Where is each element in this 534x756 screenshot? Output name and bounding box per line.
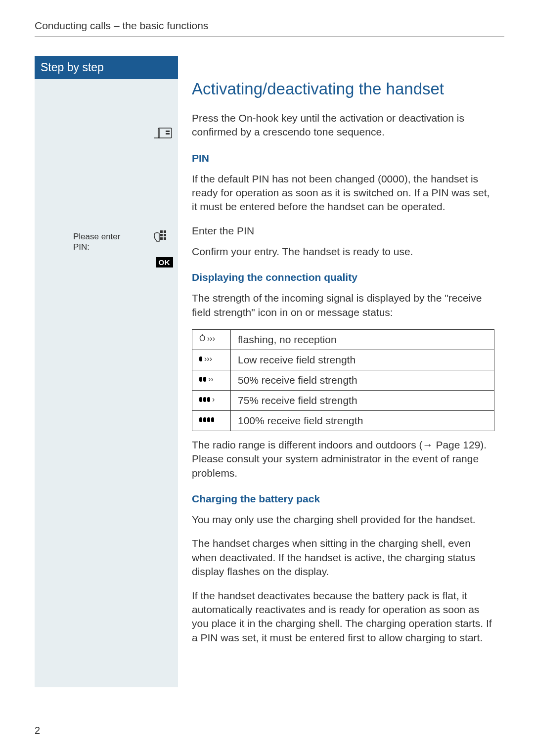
- signal-desc: Low receive field strength: [231, 350, 494, 370]
- step-sidebar: Step by step Please enter PIN:: [35, 56, 178, 687]
- svg-rect-23: [211, 417, 214, 422]
- main-content: Activating/deactivating the handset Pres…: [192, 56, 504, 687]
- signal-desc: 100% receive field strength: [231, 411, 494, 431]
- table-row: 100% receive field strength: [192, 411, 494, 431]
- signal-icon-cell: [192, 411, 231, 431]
- pin-body: If the default PIN has not been changed …: [192, 172, 494, 214]
- signal-icon-cell: ›››: [192, 350, 231, 370]
- range-note: The radio range is different indoors and…: [192, 438, 494, 480]
- page-title: Activating/deactivating the handset: [192, 80, 494, 98]
- svg-text:›››: ›››: [207, 334, 215, 343]
- table-row: › 75% receive field strength: [192, 391, 494, 411]
- signal-strength-table: Ò ››› flashing, no reception ›››: [192, 329, 494, 431]
- signal-0-icon: Ò ›››: [199, 334, 221, 343]
- running-head: Conducting calls – the basic functions: [35, 20, 504, 37]
- svg-text:Ò: Ò: [199, 334, 205, 343]
- svg-rect-8: [164, 237, 166, 240]
- ok-badge: OK: [156, 257, 174, 267]
- signal-4-icon: [199, 415, 221, 424]
- svg-rect-17: [203, 397, 206, 402]
- svg-rect-14: [203, 377, 206, 382]
- svg-rect-20: [199, 417, 202, 422]
- signal-desc: 75% receive field strength: [231, 391, 494, 411]
- svg-text:››: ››: [208, 375, 214, 383]
- intro-text: Press the On-hook key until the activati…: [192, 111, 494, 139]
- page-number: 2: [35, 725, 40, 736]
- svg-rect-13: [199, 377, 202, 382]
- onhook-key-icon: [153, 128, 173, 140]
- svg-rect-22: [207, 417, 210, 422]
- pin-prompt-line2: PIN:: [73, 242, 89, 252]
- svg-rect-2: [166, 133, 170, 134]
- svg-rect-5: [160, 234, 163, 236]
- svg-rect-7: [160, 237, 163, 240]
- ok-badge-wrapper: OK: [153, 257, 173, 267]
- svg-rect-6: [164, 234, 166, 236]
- charging-heading: Charging the battery pack: [192, 493, 494, 505]
- svg-rect-1: [166, 131, 170, 132]
- charging-p2: The handset charges when sitting in the …: [192, 536, 494, 578]
- signal-3-icon: ›: [199, 395, 221, 404]
- svg-rect-16: [199, 397, 202, 402]
- signal-desc: flashing, no reception: [231, 330, 494, 350]
- table-row: ›› 50% receive field strength: [192, 370, 494, 391]
- sidebar-body: Please enter PIN:: [35, 79, 178, 687]
- pin-prompt-line1: Please enter: [73, 232, 120, 241]
- enter-pin-text: Enter the PIN: [192, 224, 494, 238]
- signal-2-icon: ››: [199, 375, 221, 384]
- confirm-entry-text: Confirm your entry. The handset is ready…: [192, 245, 494, 259]
- signal-1-icon: ›››: [199, 355, 221, 363]
- svg-rect-3: [160, 230, 163, 233]
- pin-prompt: Please enter PIN:: [73, 231, 147, 253]
- table-row: Ò ››› flashing, no reception: [192, 330, 494, 350]
- connection-quality-intro: The strength of the incoming signal is d…: [192, 291, 494, 319]
- signal-icon-cell: ›: [192, 391, 231, 411]
- svg-rect-21: [203, 417, 206, 422]
- signal-icon-cell: ››: [192, 370, 231, 391]
- sidebar-header: Step by step: [35, 56, 178, 79]
- charging-p3: If the handset deactivates because the b…: [192, 589, 494, 645]
- svg-rect-11: [199, 356, 202, 361]
- svg-text:›: ›: [212, 395, 215, 403]
- charging-p1: You may only use the charging shell prov…: [192, 513, 494, 527]
- pin-heading: PIN: [192, 152, 494, 164]
- svg-rect-18: [207, 397, 210, 402]
- svg-rect-4: [164, 230, 166, 233]
- signal-desc: 50% receive field strength: [231, 370, 494, 391]
- keypad-icon: [153, 230, 173, 245]
- signal-icon-cell: Ò ›››: [192, 330, 231, 350]
- table-row: ››› Low receive field strength: [192, 350, 494, 370]
- svg-text:›››: ›››: [204, 355, 212, 363]
- connection-quality-heading: Displaying the connection quality: [192, 271, 494, 283]
